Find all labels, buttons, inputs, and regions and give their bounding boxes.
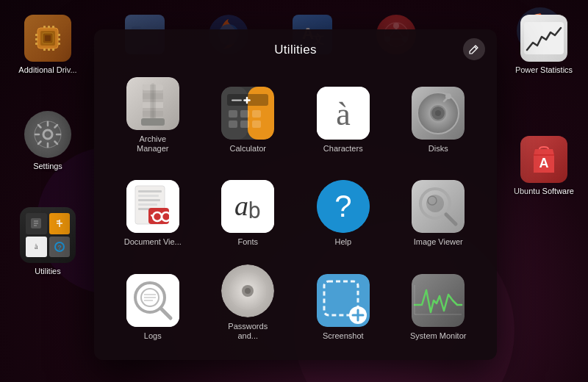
modal-header: Utilities [94,29,497,65]
svg-rect-15 [52,48,54,51]
utilities-modal: Utilities [94,29,497,360]
fonts-icon: a b [221,180,274,233]
power-statistics-label: Power Statistics [515,65,573,74]
svg-rect-68 [229,120,237,128]
archive-manager-icon [126,77,179,130]
svg-text:?: ? [334,189,351,223]
disks-icon [412,87,465,140]
svg-rect-7 [58,34,60,36]
power-statistics-icon [520,15,567,62]
document-viewer-label: Document Vie... [124,237,182,247]
modal-title: Utilities [274,43,317,57]
utilities-label: Utilities [35,267,60,275]
svg-line-22 [38,125,41,128]
app-item-screenshot[interactable]: Screenshot [299,259,387,345]
right-app-power-statistics[interactable]: Power Statistics [503,11,584,78]
help-label: Help [334,237,351,247]
svg-rect-8 [58,38,60,40]
svg-text:A: A [539,156,549,170]
app-item-system-monitor[interactable]: System Monitor [395,259,483,345]
app-item-logs[interactable]: Logs [109,259,197,345]
svg-rect-13 [43,48,46,51]
characters-label: Characters [323,144,363,154]
image-viewer-icon [412,180,465,233]
additional-drivers-icon [24,15,71,62]
svg-rect-85 [138,195,159,197]
app-item-archive-manager[interactable]: Archive Manager [109,72,197,158]
additional-drivers-label: Additional Driv... [18,65,76,74]
app-item-characters[interactable]: à Characters [299,72,387,158]
system-monitor-label: System Monitor [410,331,466,341]
calculator-label: Calculator [229,144,266,154]
app-item-image-viewer[interactable]: Image Viewer [395,165,483,251]
app-item-document-viewer[interactable]: Document Vie... [109,165,197,251]
sidebar-item-settings[interactable]: Settings [21,107,75,174]
svg-rect-67 [252,110,261,118]
svg-rect-11 [48,26,50,28]
svg-rect-66 [240,110,249,118]
fonts-label: Fonts [237,237,258,247]
image-viewer-label: Image Viewer [414,237,463,247]
svg-rect-6 [35,43,37,45]
document-viewer-icon [126,180,179,233]
app-item-disks[interactable]: Disks [395,72,483,158]
svg-rect-3 [45,35,51,41]
svg-rect-69 [240,120,249,128]
archive-manager-label: Archive Manager [123,134,182,154]
svg-line-51 [475,47,477,49]
ubuntu-software-label: Ubuntu Software [514,187,574,195]
sidebar-item-additional-drivers[interactable]: Additional Driv... [15,11,80,78]
svg-rect-70 [252,120,261,128]
svg-line-24 [55,125,58,128]
svg-line-23 [55,142,58,145]
right-app-ubuntu-software[interactable]: A Ubuntu Software [503,132,584,199]
svg-rect-10 [43,26,46,28]
app-item-fonts[interactable]: a b Fonts [204,165,293,251]
sidebar: Additional Driv... Settings [0,0,96,382]
svg-rect-84 [138,190,162,192]
svg-rect-5 [35,38,37,40]
svg-text:a: a [234,190,248,221]
calculator-icon [221,87,274,140]
logs-label: Logs [144,331,162,341]
logs-icon [126,274,179,327]
svg-rect-59 [151,83,154,124]
svg-rect-4 [35,34,37,36]
svg-rect-65 [229,110,237,118]
svg-rect-87 [138,203,157,206]
ubuntu-software-icon: A [520,136,567,183]
svg-text:?: ? [57,244,62,251]
svg-rect-9 [58,43,60,45]
sidebar-item-utilities[interactable]: à ? Utilities [16,203,79,279]
svg-rect-12 [52,26,54,28]
screenshot-label: Screenshot [323,331,364,341]
disks-label: Disks [429,144,448,154]
svg-line-25 [38,142,41,145]
system-monitor-icon [412,274,465,327]
svg-point-17 [43,130,52,139]
settings-icon [24,111,71,158]
settings-label: Settings [33,162,62,170]
help-icon: ? [317,180,370,233]
app-item-help[interactable]: ? Help [299,165,387,251]
right-apps: Power Statistics A Ubuntu Software [492,0,588,382]
passwords-icon [221,264,274,317]
svg-rect-14 [48,48,50,51]
edit-button[interactable] [463,38,485,60]
app-grid: Archive Manager [94,65,497,360]
svg-point-114 [245,288,251,294]
app-item-passwords[interactable]: Passwords and... [204,259,293,345]
characters-icon: à [317,87,370,140]
app-item-calculator[interactable]: Calculator [204,72,293,158]
svg-point-45 [393,23,399,29]
svg-rect-60 [141,118,165,126]
screenshot-icon [317,274,370,327]
svg-rect-86 [138,199,160,201]
svg-point-79 [435,110,441,116]
svg-line-93 [151,215,153,217]
passwords-label: Passwords and... [218,322,277,341]
svg-point-81 [445,93,451,99]
svg-text:b: b [248,198,261,223]
utilities-icon: à ? [20,207,76,263]
svg-text:à: à [336,96,351,132]
